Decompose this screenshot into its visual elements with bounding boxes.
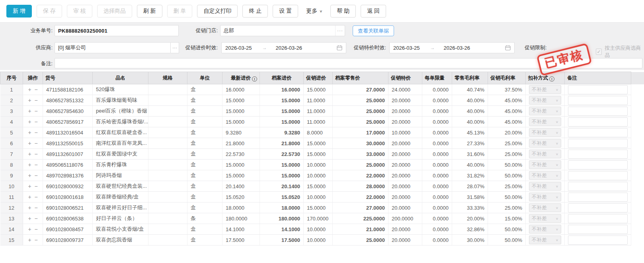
chevron-down-icon: ∨ xyxy=(556,185,558,188)
row-add-button[interactable]: + xyxy=(27,237,33,243)
cell-file_in: 18.0000 xyxy=(260,203,304,213)
row-note-input[interactable] xyxy=(568,193,628,202)
row-note-input[interactable] xyxy=(568,128,628,137)
row-add-button[interactable]: + xyxy=(27,205,33,211)
calendar-icon[interactable] xyxy=(505,45,511,51)
row-remove-button[interactable]: − xyxy=(33,172,39,179)
row-add-button[interactable]: + xyxy=(27,172,33,179)
row-remove-button[interactable]: − xyxy=(33,226,39,232)
view-related-button[interactable]: 查看关联单据 xyxy=(353,25,394,36)
cell-note xyxy=(565,160,631,170)
row-note-input[interactable] xyxy=(568,182,628,191)
cell-op: +− xyxy=(23,84,43,95)
add-button[interactable]: 新 增 xyxy=(6,5,32,18)
row-note-input[interactable] xyxy=(568,203,628,212)
cell-promo_special: 20.0000 xyxy=(388,224,422,235)
cell-deduct: 不补差∨ xyxy=(526,149,565,160)
table-row: 10+−6901028000932双喜硬世纪经典盒装...盒20.140020.… xyxy=(0,181,644,192)
cell-op: +− xyxy=(23,192,43,203)
special-period-range[interactable]: 2026-03-25 → 2026-03-26 xyxy=(389,42,515,53)
row-add-button[interactable]: + xyxy=(27,108,33,114)
cell-promo_in: 11.0000 xyxy=(304,106,333,117)
cell-promo_in: 15.0000 xyxy=(304,181,333,192)
terminate-button[interactable]: 终 止 xyxy=(242,5,268,18)
deduct-mode-value: 不补差 xyxy=(532,162,547,168)
row-add-button[interactable]: + xyxy=(27,194,33,200)
row-remove-button[interactable]: − xyxy=(33,215,39,222)
deduct-mode-value: 不补差 xyxy=(532,108,547,115)
cell-op: +− xyxy=(23,95,43,106)
row-add-button[interactable]: + xyxy=(27,151,33,157)
row-remove-button[interactable]: − xyxy=(33,86,39,93)
more-dropdown[interactable]: 更多 ∨ xyxy=(303,5,326,18)
cell-unit: 盒 xyxy=(187,224,222,235)
supplier-picker-ellipsis-icon[interactable]: ··· xyxy=(171,42,179,53)
row-add-button[interactable]: + xyxy=(27,119,33,125)
store-field[interactable]: 总部 ··· xyxy=(220,25,345,36)
row-note-input[interactable] xyxy=(568,171,628,180)
cell-code: 4806527856917 xyxy=(43,117,93,127)
cell-limit: 0.0000 xyxy=(422,213,452,224)
row-note-input[interactable] xyxy=(568,150,628,159)
settings-button[interactable]: 设 置 xyxy=(273,5,298,18)
row-add-button[interactable]: + xyxy=(27,162,33,168)
row-add-button[interactable]: + xyxy=(27,226,33,232)
special-period-end[interactable]: 2026-03-26 xyxy=(444,45,470,51)
row-remove-button[interactable]: − xyxy=(33,108,39,114)
cell-unit: 盒 xyxy=(187,192,222,203)
supplier-field[interactable]: [0] 烟草公司 xyxy=(55,42,171,53)
purchase-period-end[interactable]: 2026-03-26 xyxy=(276,45,302,51)
cell-file_in: 15.0000 xyxy=(260,106,304,117)
row-note-input[interactable] xyxy=(568,139,628,148)
row-note-input[interactable] xyxy=(568,96,628,105)
row-note-input[interactable] xyxy=(568,107,628,116)
row-remove-button[interactable]: − xyxy=(33,129,39,136)
ellipsis-icon[interactable]: ··· xyxy=(335,25,345,36)
row-note-input[interactable] xyxy=(568,117,628,127)
chevron-down-icon: ∨ xyxy=(556,206,558,210)
help-button[interactable]: 帮 助 xyxy=(330,5,356,18)
special-period-start[interactable]: 2026-03-25 xyxy=(393,45,420,51)
row-remove-button[interactable]: − xyxy=(33,183,39,189)
back-button[interactable]: 返 回 xyxy=(361,5,386,18)
range-arrow-icon: → xyxy=(262,45,267,51)
row-remove-button[interactable]: − xyxy=(33,140,39,146)
purchase-period-start[interactable]: 2026-03-25 xyxy=(225,45,252,51)
row-remove-button[interactable]: − xyxy=(33,194,39,200)
row-add-button[interactable]: + xyxy=(27,97,33,103)
custom-print-button[interactable]: 自定义打印 xyxy=(197,5,238,18)
cell-unit: 盒 xyxy=(187,138,222,149)
row-add-button[interactable]: + xyxy=(27,140,33,146)
row-remove-button[interactable]: − xyxy=(33,97,39,103)
row-note-input[interactable] xyxy=(568,160,628,169)
row-note-input[interactable] xyxy=(568,236,628,245)
deduct-mode-select: 不补差∨ xyxy=(529,96,561,105)
row-remove-button[interactable]: − xyxy=(33,237,39,243)
row-remove-button[interactable]: − xyxy=(33,162,39,168)
deduct-mode-select: 不补差∨ xyxy=(529,182,561,191)
row-add-button[interactable]: + xyxy=(27,183,33,189)
row-note-input[interactable] xyxy=(568,85,628,94)
row-add-button[interactable]: + xyxy=(27,129,33,136)
cell-file_retail: 17.0000 xyxy=(333,127,388,138)
order-no-field[interactable]: PK88882603250001 xyxy=(55,25,179,36)
store-label: 促销门店: xyxy=(179,25,218,36)
cell-file_in: 17.5000 xyxy=(260,235,304,245)
cell-name: 双喜硬世纪经典盒装... xyxy=(93,181,148,192)
row-note-input[interactable] xyxy=(568,214,628,223)
chevron-down-icon: ∨ xyxy=(319,9,322,13)
cell-file_in: 15.0000 xyxy=(260,170,304,181)
cell-limit: 0.0000 xyxy=(422,181,452,192)
row-add-button[interactable]: + xyxy=(27,86,33,93)
row-remove-button[interactable]: − xyxy=(33,151,39,157)
row-add-button[interactable]: + xyxy=(27,215,33,222)
cell-no: 11 xyxy=(0,192,23,203)
header-filler xyxy=(631,72,644,84)
row-remove-button[interactable]: − xyxy=(33,119,39,125)
row-remove-button[interactable]: − xyxy=(33,205,39,211)
cell-spec xyxy=(148,213,187,224)
refresh-button[interactable]: 刷 新 xyxy=(137,5,162,18)
purchase-period-range[interactable]: 2026-03-25 → 2026-03-26 xyxy=(221,42,346,53)
row-note-input[interactable] xyxy=(568,225,628,234)
calendar-icon[interactable] xyxy=(337,45,342,51)
